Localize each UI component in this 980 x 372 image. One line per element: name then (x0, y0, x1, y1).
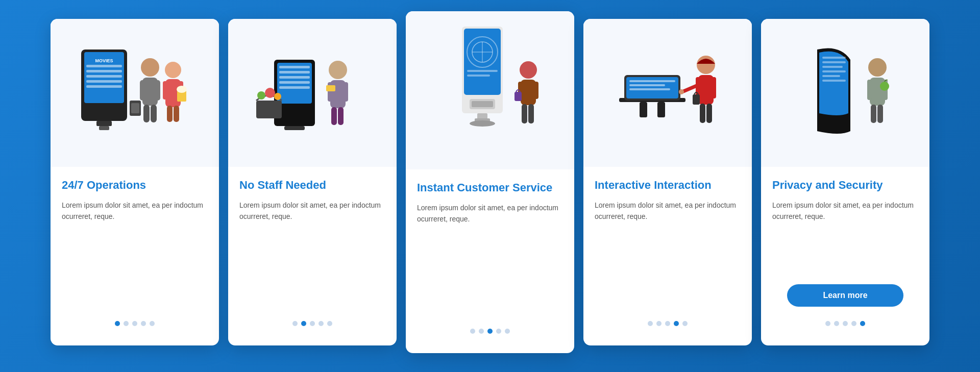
svg-rect-86 (822, 75, 840, 77)
svg-point-25 (177, 86, 187, 93)
dot-1-3[interactable] (132, 321, 137, 326)
card-title-5: Privacy and Security (772, 178, 918, 192)
learn-more-button[interactable]: Learn more (787, 284, 904, 307)
svg-rect-69 (629, 84, 665, 86)
svg-point-37 (274, 93, 281, 100)
svg-rect-82 (822, 57, 846, 59)
svg-rect-76 (712, 77, 716, 98)
dot-4-3[interactable] (665, 321, 670, 326)
dot-4-5[interactable] (682, 321, 688, 326)
card-illustration-3 (406, 11, 574, 169)
dot-1-1[interactable] (115, 321, 120, 326)
card-dots-3 (417, 321, 563, 343)
svg-rect-14 (140, 80, 145, 101)
dot-2-5[interactable] (327, 321, 332, 326)
svg-rect-29 (279, 71, 310, 73)
svg-point-35 (257, 91, 265, 100)
dot-1-4[interactable] (141, 321, 146, 326)
svg-rect-34 (256, 101, 282, 118)
dot-1-2[interactable] (124, 321, 129, 326)
svg-rect-5 (86, 75, 122, 78)
svg-rect-22 (167, 106, 173, 122)
svg-point-36 (265, 88, 275, 98)
svg-rect-7 (86, 85, 122, 88)
dot-5-3[interactable] (843, 321, 848, 326)
svg-rect-54 (472, 101, 493, 107)
dot-2-3[interactable] (310, 321, 315, 326)
dot-5-2[interactable] (834, 321, 839, 326)
dot-5-5[interactable] (860, 321, 865, 326)
svg-point-12 (141, 58, 159, 77)
svg-rect-71 (640, 102, 647, 117)
svg-rect-92 (871, 105, 876, 123)
svg-rect-41 (344, 82, 348, 102)
dot-3-3[interactable] (487, 329, 493, 334)
cards-container: MOVIES (30, 4, 950, 368)
card-content-2: No Staff Needed Lorem ipsum dolor sit am… (228, 167, 397, 345)
card-illustration-4 (583, 19, 752, 167)
card-title-1: 24/7 Operations (62, 178, 208, 192)
svg-text:MOVIES: MOVIES (95, 58, 113, 63)
svg-rect-59 (521, 80, 536, 105)
svg-point-58 (520, 61, 537, 79)
dot-2-2[interactable] (301, 321, 306, 326)
svg-rect-89 (870, 78, 885, 106)
svg-rect-20 (163, 81, 167, 100)
card-title-2: No Staff Needed (239, 178, 385, 192)
svg-rect-85 (822, 70, 846, 72)
dot-4-2[interactable] (656, 321, 662, 326)
card-illustration-2 (228, 19, 397, 167)
card-desc-2: Lorem ipsum dolor sit amet, ea per indoc… (239, 200, 385, 314)
svg-rect-32 (279, 86, 310, 89)
dot-1-5[interactable] (150, 321, 155, 326)
dot-3-2[interactable] (479, 329, 484, 334)
svg-point-18 (165, 62, 181, 78)
svg-rect-83 (822, 61, 846, 63)
svg-line-80 (683, 85, 698, 91)
svg-rect-31 (279, 81, 310, 84)
svg-point-73 (697, 56, 715, 74)
dot-4-4[interactable] (674, 321, 679, 326)
svg-rect-64 (514, 92, 522, 101)
card-247-operations: MOVIES (51, 19, 219, 345)
svg-point-94 (880, 82, 889, 91)
svg-rect-72 (657, 102, 665, 117)
svg-rect-70 (629, 88, 670, 90)
svg-rect-87 (822, 80, 846, 82)
svg-rect-51 (467, 70, 498, 72)
dot-2-4[interactable] (318, 321, 324, 326)
dot-3-5[interactable] (505, 329, 510, 334)
svg-rect-33 (284, 126, 305, 130)
svg-rect-84 (822, 66, 843, 68)
svg-rect-8 (96, 121, 112, 126)
svg-rect-6 (86, 80, 122, 83)
svg-rect-52 (467, 75, 490, 77)
svg-point-38 (329, 61, 347, 79)
dot-3-4[interactable] (496, 329, 501, 334)
card-title-4: Interactive Interaction (595, 178, 741, 192)
dot-5-1[interactable] (825, 321, 830, 326)
card-dots-5 (772, 314, 918, 335)
dot-5-4[interactable] (851, 321, 856, 326)
dot-4-1[interactable] (648, 321, 653, 326)
dot-2-1[interactable] (292, 321, 298, 326)
svg-rect-90 (867, 80, 872, 100)
svg-rect-62 (522, 104, 527, 123)
svg-rect-43 (338, 107, 344, 125)
card-desc-4: Lorem ipsum dolor sit amet, ea per indoc… (595, 200, 741, 314)
svg-rect-77 (700, 104, 705, 123)
svg-rect-16 (143, 105, 150, 122)
card-dots-4 (595, 314, 741, 335)
card-interactive: Interactive Interaction Lorem ipsum dolo… (583, 19, 752, 345)
svg-rect-93 (877, 105, 883, 123)
card-content-5: Privacy and Security Lorem ipsum dolor s… (761, 167, 929, 345)
card-title-3: Instant Customer Service (417, 181, 563, 195)
card-desc-3: Lorem ipsum dolor sit amet, ea per indoc… (417, 202, 563, 322)
dot-3-1[interactable] (470, 329, 475, 334)
svg-rect-30 (279, 76, 310, 79)
card-content-3: Instant Customer Service Lorem ipsum dol… (406, 169, 574, 353)
svg-rect-28 (279, 66, 310, 68)
svg-rect-68 (629, 80, 675, 82)
svg-rect-39 (330, 80, 346, 108)
svg-rect-74 (698, 75, 714, 105)
